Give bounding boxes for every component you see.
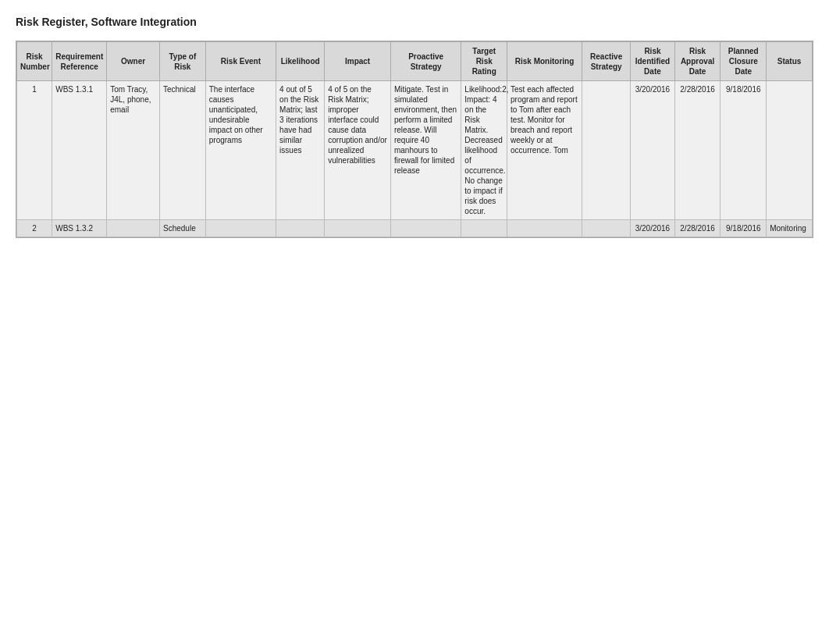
header-reactive-strategy: Reactive Strategy <box>582 42 631 81</box>
cell-status-1 <box>767 81 813 220</box>
cell-owner-2 <box>107 220 160 237</box>
risk-register-table: Risk Number Requirement Reference Owner … <box>16 41 813 238</box>
header-risk-approval-date: Risk Approval Date <box>674 42 720 81</box>
header-risk-monitoring: Risk Monitoring <box>507 42 582 81</box>
cell-risk-number-1: 1 <box>17 81 52 220</box>
cell-risk-event-2 <box>205 220 276 237</box>
header-owner: Owner <box>107 42 160 81</box>
header-likelihood: Likelihood <box>276 42 325 81</box>
cell-approval-date-1: 2/28/2016 <box>674 81 720 220</box>
cell-identified-date-1: 3/20/2016 <box>631 81 674 220</box>
cell-approval-date-2: 2/28/2016 <box>674 220 720 237</box>
cell-proactive-1: Mitigate. Test in simulated environment,… <box>390 81 461 220</box>
header-proactive-strategy: Proactive Strategy <box>390 42 461 81</box>
cell-type-1: Technical <box>160 81 206 220</box>
cell-reactive-1 <box>582 81 631 220</box>
header-target-risk-rating: Target Risk Rating <box>461 42 507 81</box>
cell-requirement-ref-2: WBS 1.3.2 <box>52 220 107 237</box>
cell-impact-1: 4 of 5 on the Risk Matrix; improper inte… <box>325 81 391 220</box>
page-title: Risk Register, Software Integration <box>16 16 813 28</box>
header-impact: Impact <box>325 42 391 81</box>
cell-type-2: Schedule <box>160 220 206 237</box>
header-planned-closure-date: Planned Closure Date <box>720 42 767 81</box>
cell-likelihood-2 <box>276 220 325 237</box>
cell-risk-monitoring-1: Test each affected program and report to… <box>507 81 582 220</box>
cell-closure-date-2: 9/18/2016 <box>720 220 767 237</box>
cell-closure-date-1: 9/18/2016 <box>720 81 767 220</box>
cell-owner-1: Tom Tracy, J4L, phone, email <box>107 81 160 220</box>
cell-proactive-2 <box>390 220 461 237</box>
cell-risk-monitoring-2 <box>507 220 582 237</box>
cell-identified-date-2: 3/20/2016 <box>631 220 674 237</box>
cell-target-rating-2 <box>461 220 507 237</box>
header-type-of-risk: Type of Risk <box>160 42 206 81</box>
table-header-row: Risk Number Requirement Reference Owner … <box>17 42 813 81</box>
header-requirement-reference: Requirement Reference <box>52 42 107 81</box>
table-row: 1 WBS 1.3.1 Tom Tracy, J4L, phone, email… <box>17 81 813 220</box>
cell-impact-2 <box>325 220 391 237</box>
header-status: Status <box>767 42 813 81</box>
cell-reactive-2 <box>582 220 631 237</box>
header-risk-identified-date: Risk Identified Date <box>631 42 674 81</box>
table-row: 2 WBS 1.3.2 Schedule 3/20/2016 2/28/2016… <box>17 220 813 237</box>
header-risk-event: Risk Event <box>205 42 276 81</box>
cell-likelihood-1: 4 out of 5 on the Risk Matrix; last 3 it… <box>276 81 325 220</box>
cell-requirement-ref-1: WBS 1.3.1 <box>52 81 107 220</box>
cell-risk-event-1: The interface causes unanticipated, unde… <box>205 81 276 220</box>
cell-target-rating-1: Likelihood:2, Impact: 4 on the Risk Matr… <box>461 81 507 220</box>
cell-status-2: Monitoring <box>767 220 813 237</box>
cell-risk-number-2: 2 <box>17 220 52 237</box>
header-risk-number: Risk Number <box>17 42 52 81</box>
